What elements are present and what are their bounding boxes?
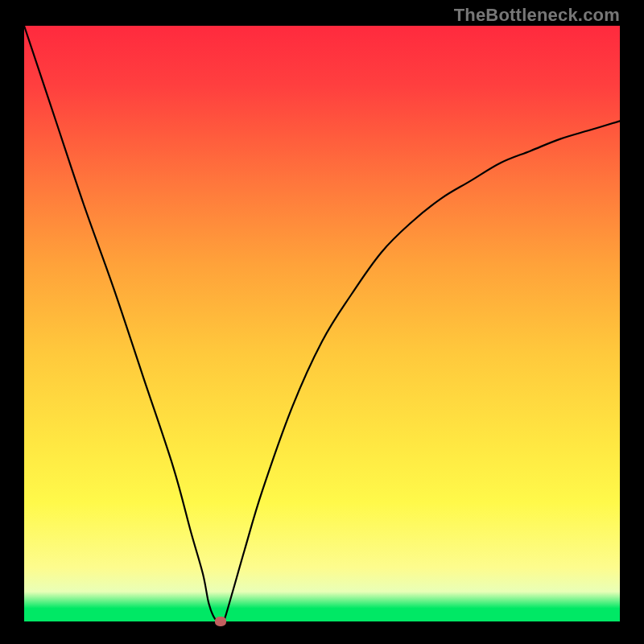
plot-area (24, 26, 620, 621)
attribution-text: TheBottleneck.com (454, 5, 620, 26)
minimum-marker (215, 617, 226, 626)
bottleneck-curve (24, 26, 620, 621)
chart-frame: TheBottleneck.com (0, 0, 644, 644)
